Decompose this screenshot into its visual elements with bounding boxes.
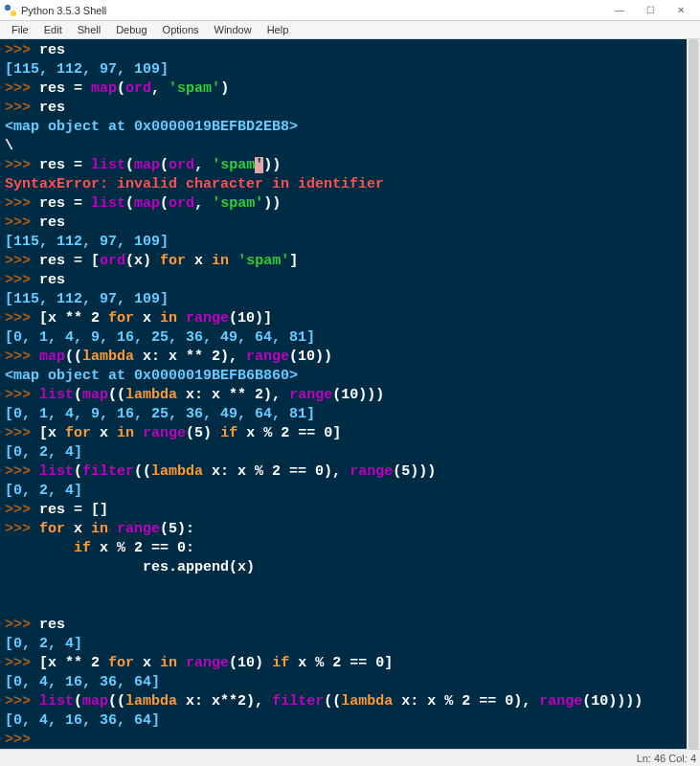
code-line: \: [5, 137, 682, 156]
code-line: if x % 2 == 0:: [5, 539, 682, 558]
code-line: <map object at 0x0000019BEFB6B860>: [5, 367, 682, 386]
code-line: >>> res: [5, 99, 682, 118]
code-line: >>> res = list(map(ord, 'spam')): [5, 194, 682, 214]
close-button[interactable]: ✕: [666, 0, 696, 21]
shell-editor[interactable]: >>> res[115, 112, 97, 109]>>> res = map(…: [0, 39, 687, 749]
code-line: >>> res: [5, 616, 682, 635]
code-line: >>> list(map((lambda x: x**2), filter((l…: [5, 692, 682, 711]
code-line: >>> [x ** 2 for x in range(10)]: [5, 309, 682, 328]
svg-rect-0: [5, 5, 11, 11]
code-line: [115, 112, 97, 109]: [5, 60, 682, 79]
code-line: >>> map((lambda x: x ** 2), range(10)): [5, 348, 682, 367]
minimize-button[interactable]: —: [604, 0, 635, 21]
code-line: >>> list(map((lambda x: x ** 2), range(1…: [5, 386, 682, 405]
svg-rect-1: [11, 11, 16, 16]
menubar: File Edit Shell Debug Options Window Hel…: [0, 21, 700, 39]
code-line: >>>: [5, 731, 682, 749]
python-icon: [4, 4, 17, 17]
code-line: >>> for x in range(5):: [5, 520, 682, 539]
code-line: >>> res = map(ord, 'spam'): [5, 79, 682, 99]
code-line: >>> res = list(map(ord, 'spam')): [5, 156, 682, 175]
cursor-position: Ln: 46 Col: 4: [637, 753, 696, 764]
menu-debug[interactable]: Debug: [108, 24, 154, 35]
code-line: [0, 4, 16, 36, 64]: [5, 711, 682, 731]
code-line: [5, 577, 682, 597]
code-line: >>> res: [5, 271, 682, 290]
menu-options[interactable]: Options: [155, 24, 207, 35]
titlebar: Python 3.5.3 Shell — ☐ ✕: [0, 0, 700, 21]
code-line: <map object at 0x0000019BEFBD2EB8>: [5, 118, 682, 137]
code-line: >>> res = [ord(x) for x in 'spam']: [5, 252, 682, 271]
scrollbar-thumb[interactable]: [689, 39, 698, 749]
code-line: SyntaxError: invalid character in identi…: [5, 175, 682, 194]
vertical-scrollbar[interactable]: [687, 39, 700, 749]
code-line: >>> [x ** 2 for x in range(10) if x % 2 …: [5, 654, 682, 673]
statusbar: Ln: 46 Col: 4: [0, 749, 700, 766]
code-line: >>> [x for x in range(5) if x % 2 == 0]: [5, 424, 682, 443]
code-line: >>> res: [5, 214, 682, 233]
menu-file[interactable]: File: [4, 24, 36, 35]
code-line: >>> res = []: [5, 501, 682, 520]
code-line: [115, 112, 97, 109]: [5, 290, 682, 309]
code-line: [0, 1, 4, 9, 16, 25, 36, 49, 64, 81]: [5, 405, 682, 424]
code-line: [0, 2, 4]: [5, 635, 682, 654]
code-line: >>> list(filter((lambda x: x % 2 == 0), …: [5, 462, 682, 482]
code-line: >>> res: [5, 41, 682, 60]
code-line: [0, 2, 4]: [5, 482, 682, 501]
menu-help[interactable]: Help: [260, 24, 297, 35]
maximize-button[interactable]: ☐: [635, 0, 666, 21]
code-line: [0, 2, 4]: [5, 443, 682, 462]
code-line: [0, 1, 4, 9, 16, 25, 36, 49, 64, 81]: [5, 328, 682, 348]
code-line: res.append(x): [5, 558, 682, 577]
window-controls: — ☐ ✕: [604, 0, 696, 21]
window-title: Python 3.5.3 Shell: [21, 5, 604, 16]
menu-edit[interactable]: Edit: [36, 24, 70, 35]
code-line: [115, 112, 97, 109]: [5, 233, 682, 252]
code-line: [0, 4, 16, 36, 64]: [5, 673, 682, 692]
menu-window[interactable]: Window: [207, 24, 260, 35]
code-line: [5, 597, 682, 616]
menu-shell[interactable]: Shell: [70, 24, 108, 35]
